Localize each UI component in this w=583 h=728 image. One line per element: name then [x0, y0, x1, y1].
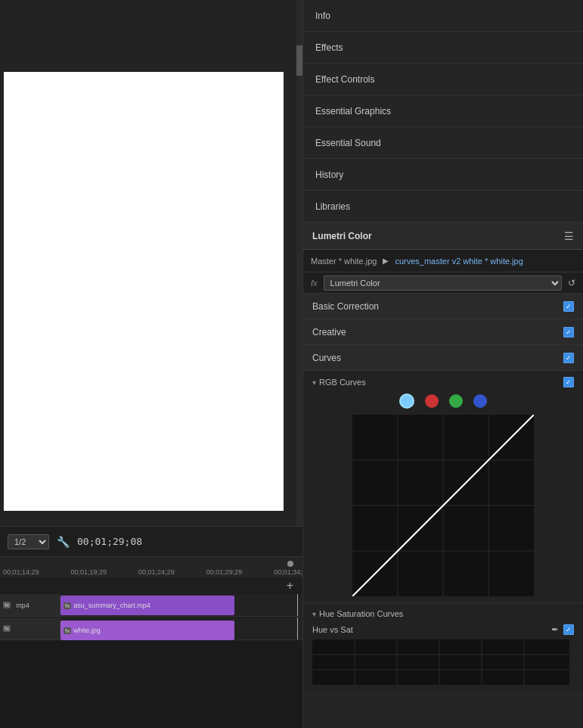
- fx-label: fx: [311, 278, 318, 288]
- track-row: fx fx white.jpg: [0, 618, 302, 640]
- hamburger-icon[interactable]: ☰: [564, 230, 574, 242]
- curves-section[interactable]: Curves ✓: [303, 345, 583, 371]
- curves-label: Curves: [312, 353, 341, 363]
- panel-item-essential-graphics[interactable]: Essential Graphics: [303, 95, 583, 127]
- timeline-area: fx mp4 fx asu_summary_chart.mp4 fx fx wh…: [0, 594, 302, 728]
- scrollbar-thumb[interactable]: [296, 45, 302, 76]
- ruler-marks-container: 00;01;14;29 00;01;19;29 00;01;24;29 00;0…: [0, 557, 302, 577]
- playhead-line: [297, 594, 298, 616]
- dropdown-arrow-icon: ▶: [383, 257, 389, 265]
- rgb-curves-checkbox[interactable]: ✓: [563, 377, 574, 387]
- panel-item-effects[interactable]: Effects: [303, 32, 583, 64]
- clip-label: asu_summary_chart.mp4: [73, 602, 150, 609]
- ruler-mark: 00;01;34;29: [274, 568, 302, 576]
- chevron-down-icon[interactable]: ▾: [312, 378, 316, 387]
- white-channel-button[interactable]: [399, 394, 414, 409]
- fx-badge: fx: [3, 625, 11, 632]
- panel-item-essential-graphics-label: Essential Graphics: [315, 106, 391, 117]
- green-channel-button[interactable]: [449, 394, 463, 408]
- preview-area: [0, 0, 302, 526]
- left-panel: 1/2 🔧 00;01;29;08 00;01;14;29 00;01;19;2…: [0, 0, 302, 728]
- clip-label: white.jpg: [73, 627, 101, 634]
- hue-vs-sat-label: Hue vs Sat: [312, 625, 353, 634]
- panel-item-essential-sound-label: Essential Sound: [315, 138, 381, 148]
- track-header-1: fx mp4: [0, 594, 60, 616]
- fx-row: fx Lumetri Color ↺: [303, 272, 583, 294]
- ruler-mark: 00;01;14;29: [0, 568, 39, 576]
- ruler-mark: 00;01;24;29: [138, 568, 175, 576]
- hue-saturation-title: Hue Saturation Curves: [319, 609, 403, 618]
- lumetri-color-header: Lumetri Color ☰: [303, 222, 583, 250]
- red-channel-button[interactable]: [425, 394, 439, 408]
- wrench-icon[interactable]: 🔧: [57, 536, 70, 548]
- master-clip-name[interactable]: Master * white.jpg: [311, 257, 377, 266]
- panel-item-history[interactable]: History: [303, 159, 583, 191]
- panel-item-effect-controls-label: Effect Controls: [315, 74, 374, 85]
- lumetri-color-title: Lumetri Color: [312, 231, 372, 241]
- add-track-button[interactable]: +: [287, 579, 293, 593]
- panel-item-effects-label: Effects: [315, 42, 343, 53]
- right-panel: Info Effects Effect Controls Essential G…: [302, 0, 583, 728]
- clip-block[interactable]: fx asu_summary_chart.mp4: [60, 596, 234, 615]
- reset-icon[interactable]: ↺: [568, 278, 575, 288]
- fx-dropdown[interactable]: Lumetri Color: [324, 275, 562, 291]
- rgb-curves-label: ▾ RGB Curves: [312, 378, 366, 387]
- playhead-line: [297, 618, 298, 639]
- active-clip-name[interactable]: curves_master v2 white * white.jpg: [395, 257, 523, 266]
- hue-vs-sat-checkbox[interactable]: ✓: [563, 624, 574, 635]
- clip-fx-badge: fx: [64, 627, 71, 634]
- panel-item-effect-controls[interactable]: Effect Controls: [303, 64, 583, 95]
- track-name-1: mp4: [16, 602, 29, 609]
- ruler-mark: 00;01;19;29: [71, 568, 107, 576]
- panel-item-essential-sound[interactable]: Essential Sound: [303, 127, 583, 159]
- playhead-indicator: [287, 561, 293, 567]
- curve-graph[interactable]: [352, 415, 534, 596]
- eyedropper-icon[interactable]: ✒: [551, 624, 559, 635]
- clip-block[interactable]: fx white.jpg: [60, 621, 234, 640]
- curves-checkbox[interactable]: ✓: [563, 353, 574, 363]
- chevron-hue-icon[interactable]: ▾: [312, 610, 316, 618]
- clip-selector-row: Master * white.jpg ▶ curves_master v2 wh…: [303, 250, 583, 272]
- panel-item-libraries-label: Libraries: [315, 201, 350, 212]
- zoom-select[interactable]: 1/2: [8, 534, 49, 549]
- track-content-2: fx white.jpg: [60, 618, 302, 639]
- preview-white-frame: [4, 72, 284, 511]
- basic-correction-label: Basic Correction: [312, 301, 379, 312]
- preview-controls: 1/2 🔧 00;01;29;08: [0, 526, 302, 556]
- creative-section[interactable]: Creative ✓: [303, 319, 583, 345]
- clip-fx-badge: fx: [64, 602, 71, 609]
- curves-header: ▾ RGB Curves ✓: [312, 377, 574, 387]
- hue-vs-sat-row: Hue vs Sat ✒ ✓: [312, 624, 574, 635]
- track-content-1: fx asu_summary_chart.mp4: [60, 594, 302, 616]
- ruler-mark: 00;01;29;29: [206, 568, 243, 576]
- hue-sat-graph[interactable]: [312, 639, 569, 685]
- preview-scrollbar[interactable]: [296, 0, 302, 526]
- creative-checkbox[interactable]: ✓: [563, 327, 574, 338]
- add-track-bar: +: [0, 577, 302, 594]
- panel-item-history-label: History: [315, 170, 343, 180]
- curves-expanded-section: ▾ RGB Curves ✓: [303, 371, 583, 603]
- fx-badge: fx: [3, 602, 11, 608]
- blue-channel-button[interactable]: [473, 394, 487, 408]
- track-row: fx mp4 fx asu_summary_chart.mp4: [0, 594, 302, 617]
- panel-item-info-label: Info: [315, 11, 330, 21]
- basic-correction-section[interactable]: Basic Correction ✓: [303, 294, 583, 319]
- rgb-circle-buttons: [312, 394, 574, 409]
- basic-correction-checkbox[interactable]: ✓: [563, 301, 574, 312]
- timeline-ruler: 00;01;14;29 00;01;19;29 00;01;24;29 00;0…: [0, 556, 302, 577]
- panel-item-libraries[interactable]: Libraries: [303, 191, 583, 222]
- timecode-display: 00;01;29;08: [77, 536, 142, 547]
- panel-item-info[interactable]: Info: [303, 0, 583, 32]
- creative-label: Creative: [312, 327, 346, 338]
- hue-saturation-section: ▾ Hue Saturation Curves Hue vs Sat ✒ ✓: [303, 603, 583, 691]
- hue-sat-header: ▾ Hue Saturation Curves: [312, 609, 574, 618]
- track-header-2: fx: [0, 618, 60, 639]
- hue-vs-sat-icons: ✒ ✓: [551, 624, 574, 635]
